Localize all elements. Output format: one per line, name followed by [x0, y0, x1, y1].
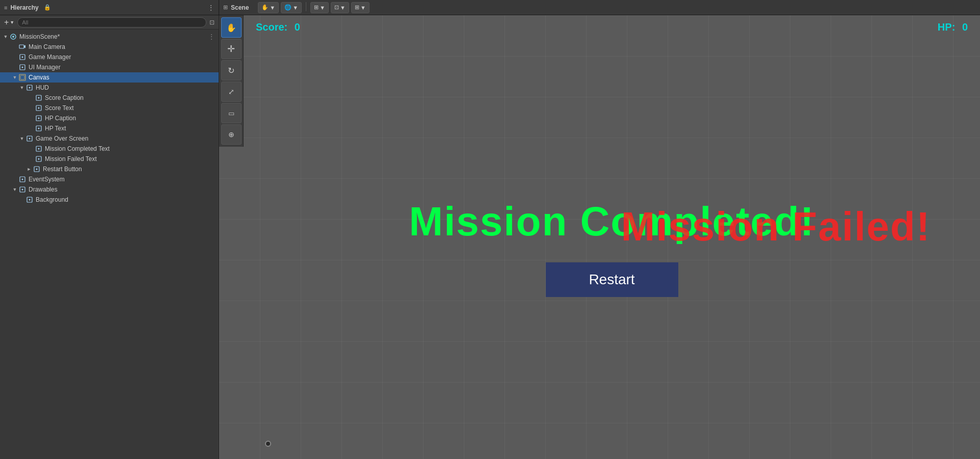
score-value: 0 [295, 21, 300, 33]
scale-tool-button[interactable]: ⤢ [221, 82, 242, 102]
hand-tool-icon: ✋ [226, 23, 236, 33]
hierarchy-title: Hierarchy [10, 4, 38, 11]
gamemanager-object-icon [18, 53, 27, 61]
hierarchy-panel: + ▼ ⊡ MissionScene* ⋮ [0, 15, 219, 459]
tree-item-score-text[interactable]: Score Text [0, 103, 219, 113]
tree-item-event-system[interactable]: EventSystem [0, 174, 219, 184]
svg-point-1 [12, 36, 14, 38]
label-hud: HUD [36, 84, 215, 91]
score-caption-icon [35, 94, 43, 102]
scale-tool-icon: ⤢ [228, 88, 234, 96]
arrow-hud [18, 85, 25, 90]
tree-item-score-caption[interactable]: Score Caption [0, 93, 219, 103]
gizmo-button[interactable]: ⊞ ▼ [351, 2, 369, 13]
snap-icon: ⊡ [334, 4, 339, 11]
snap-button[interactable]: ⊡ ▼ [331, 2, 349, 13]
arrow-game-over-screen [18, 136, 25, 141]
tree-item-game-manager[interactable]: Game Manager [0, 52, 219, 62]
svg-point-21 [29, 138, 31, 140]
view-mode-button[interactable]: ✋ ▼ [258, 2, 279, 13]
gizmo-icon: ⊞ [355, 4, 359, 11]
svg-point-15 [38, 107, 40, 109]
tree-item-restart-button[interactable]: Restart Button [0, 164, 219, 174]
camera-object-icon [18, 43, 27, 51]
svg-point-29 [22, 179, 23, 180]
label-main-camera: Main Camera [29, 43, 215, 50]
perspective-button[interactable]: 🌐 ▼ [281, 2, 302, 13]
tree-item-drawables[interactable]: Drawables [0, 184, 219, 195]
game-ui-overlay: Score: 0 HP: 0 Mission Completed! Missio… [244, 15, 980, 459]
tree-item-hp-caption[interactable]: HP Caption [0, 113, 219, 123]
hierarchy-toolbar: + ▼ ⊡ [0, 15, 219, 30]
label-drawables: Drawables [29, 186, 215, 193]
move-tool-button[interactable]: ✛ [221, 39, 242, 59]
grid-button[interactable]: ⊞ ▼ [310, 2, 329, 13]
hp-value: 0 [962, 21, 968, 33]
svg-point-19 [38, 128, 40, 129]
scene-object-icon [9, 33, 17, 41]
svg-point-27 [36, 169, 38, 170]
tree-item-canvas[interactable]: Canvas [0, 72, 219, 83]
drawables-icon [18, 185, 27, 194]
hp-label: HP: [938, 21, 955, 33]
background-icon [25, 196, 34, 204]
tree-item-main-camera[interactable]: Main Camera [0, 42, 219, 52]
tree-item-mission-failed-text[interactable]: Mission Failed Text [0, 154, 219, 164]
label-score-caption: Score Caption [45, 94, 215, 101]
mission-failed-display: Mission Failed! [621, 203, 931, 250]
label-hp-text: HP Text [45, 125, 215, 132]
hud-bar: Score: 0 HP: 0 [244, 15, 980, 39]
canvas-object-icon [18, 73, 27, 82]
tree-item-background[interactable]: Background [0, 195, 219, 205]
game-over-screen-overlay: Mission Completed! Mission Failed! Resta… [244, 39, 980, 459]
arrow-canvas [11, 75, 18, 80]
plus-icon: + [4, 18, 9, 27]
tree-item-mission-completed-text[interactable]: Mission Completed Text [0, 144, 219, 154]
hp-display: HP: 0 [938, 21, 968, 33]
scene-panel-header: ⊞ Scene ✋ ▼ 🌐 ▼ ⊞ ▼ ⊡ ▼ ⊞ ▼ [219, 0, 980, 15]
svg-point-7 [22, 67, 23, 68]
label-game-manager: Game Manager [29, 53, 215, 61]
mission-failed-icon [35, 155, 43, 163]
view-mode-icon: ✋ [261, 4, 269, 11]
hierarchy-tree: MissionScene* ⋮ Main Camera Game Manager [0, 30, 219, 459]
rect-tool-icon: ▭ [228, 110, 234, 117]
transform-tool-button[interactable]: ⊕ [221, 124, 242, 145]
filter-button[interactable]: ⊡ [209, 19, 215, 26]
label-background: Background [36, 196, 215, 203]
arrow-restart-button [25, 167, 33, 172]
scene-grid-icon: ⊞ [223, 4, 228, 11]
label-mission-completed-text: Mission Completed Text [45, 145, 215, 152]
svg-rect-9 [20, 75, 24, 79]
svg-rect-2 [19, 45, 24, 48]
search-input[interactable] [17, 17, 206, 28]
game-over-screen-icon [25, 134, 34, 143]
tree-item-hud[interactable]: HUD [0, 83, 219, 93]
tree-item-menu[interactable]: ⋮ [208, 33, 215, 40]
tree-item-game-over-screen[interactable]: Game Over Screen [0, 133, 219, 144]
rotate-tool-button[interactable]: ↻ [221, 60, 242, 80]
tree-item-mission-scene[interactable]: MissionScene* ⋮ [0, 32, 219, 42]
tree-item-hp-text[interactable]: HP Text [0, 123, 219, 133]
restart-button-game[interactable]: Restart [546, 262, 678, 297]
origin-point-indicator [265, 441, 271, 447]
uimanager-object-icon [18, 63, 27, 71]
add-dropdown-icon: ▼ [10, 20, 14, 25]
event-system-icon [18, 175, 27, 183]
hierarchy-icon: ≡ [4, 5, 7, 11]
score-text-icon [35, 104, 43, 112]
score-label: Score: [256, 21, 287, 33]
hud-object-icon [25, 84, 34, 92]
label-mission-scene: MissionScene* [19, 33, 208, 40]
add-button[interactable]: + ▼ [4, 18, 14, 27]
arrow-mission-scene [2, 34, 9, 39]
score-display: Score: 0 [256, 21, 300, 33]
hierarchy-menu-icon[interactable]: ⋮ [207, 4, 215, 12]
hand-tool-button[interactable]: ✋ [221, 17, 242, 38]
grid-dropdown: ▼ [320, 5, 325, 11]
scene-panel: ✋ ✛ ↻ ⤢ ▭ ⊕ [219, 15, 980, 459]
svg-point-31 [22, 189, 23, 191]
label-game-over-screen: Game Over Screen [36, 135, 215, 142]
tree-item-ui-manager[interactable]: UI Manager [0, 62, 219, 72]
rect-tool-button[interactable]: ▭ [221, 103, 242, 123]
